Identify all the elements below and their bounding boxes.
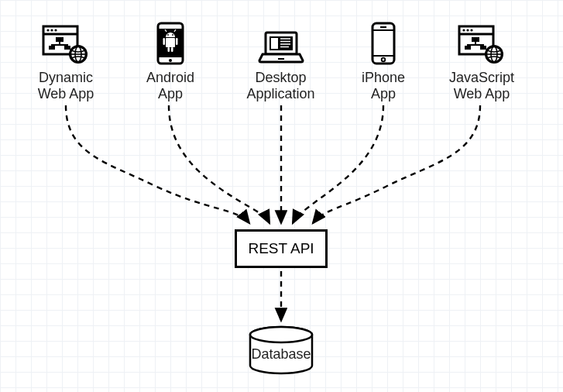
client-label-line2: Web App	[23, 86, 108, 102]
svg-rect-45	[472, 37, 479, 42]
android-phone-icon	[136, 22, 205, 65]
svg-rect-24	[176, 38, 178, 45]
rest-api-box: REST API	[235, 229, 328, 268]
client-dynamic-web-app: Dynamic Web App	[23, 22, 108, 101]
svg-rect-9	[64, 46, 70, 50]
client-label-line2: Application	[232, 86, 329, 102]
svg-rect-8	[49, 46, 55, 50]
client-label-line1: Desktop	[232, 70, 329, 86]
svg-rect-23	[163, 38, 166, 45]
client-android-app: Android App	[136, 22, 205, 101]
client-label-line2: App	[136, 86, 205, 102]
client-label-line1: Android	[136, 70, 205, 86]
client-label-line2: App	[352, 86, 414, 102]
client-iphone-app: iPhone App	[352, 22, 414, 101]
svg-point-18	[167, 34, 169, 36]
browser-sitemap-globe-icon	[435, 22, 528, 65]
svg-rect-29	[271, 38, 278, 49]
client-desktop-app: Desktop Application	[232, 22, 329, 101]
svg-point-19	[172, 34, 173, 36]
iphone-icon	[352, 22, 414, 65]
svg-point-42	[462, 29, 465, 31]
svg-point-44	[470, 29, 472, 31]
svg-rect-5	[56, 37, 64, 42]
svg-rect-48	[465, 46, 471, 50]
database-icon: Database	[245, 325, 317, 377]
database-label: Database	[251, 346, 311, 362]
svg-point-43	[466, 29, 469, 31]
diagram-canvas: Dynamic Web App Android App	[0, 0, 563, 392]
svg-rect-49	[480, 46, 486, 50]
client-label-line1: iPhone	[352, 70, 414, 86]
svg-rect-25	[168, 47, 170, 52]
client-label-line1: Dynamic	[23, 70, 108, 86]
browser-sitemap-globe-icon	[23, 22, 108, 65]
svg-point-17	[169, 59, 172, 62]
svg-point-2	[46, 29, 49, 31]
client-javascript-web-app: JavaScript Web App	[435, 22, 528, 101]
client-label-line2: Web App	[435, 86, 528, 102]
laptop-icon	[232, 22, 329, 65]
svg-rect-26	[171, 47, 173, 52]
client-label-line1: JavaScript	[435, 70, 528, 86]
svg-rect-22	[166, 38, 175, 47]
svg-point-3	[50, 29, 53, 31]
rest-api-label: REST API	[248, 240, 314, 257]
database-cylinder: Database	[245, 325, 317, 380]
svg-point-56	[250, 327, 312, 342]
svg-point-4	[54, 29, 57, 31]
